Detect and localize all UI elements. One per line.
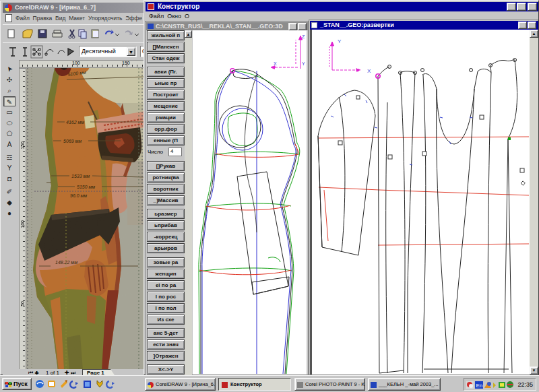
svg-text:Y: Y xyxy=(338,38,342,44)
svg-text:5069 мм: 5069 мм xyxy=(63,139,82,143)
svg-text:96.0 мм: 96.0 мм xyxy=(70,193,87,198)
svg-text:Z: Z xyxy=(302,34,305,39)
svg-text:En: En xyxy=(476,383,483,389)
svg-text:148.22 мм: 148.22 мм xyxy=(55,260,77,265)
svg-text:4162 мм: 4162 мм xyxy=(66,120,84,125)
svg-text:Y: Y xyxy=(302,61,305,66)
svg-text:X: X xyxy=(367,68,371,74)
svg-text:5150 мм: 5150 мм xyxy=(77,185,95,189)
svg-text:X: X xyxy=(274,61,277,66)
svg-text:1533 мм: 1533 мм xyxy=(71,174,90,178)
